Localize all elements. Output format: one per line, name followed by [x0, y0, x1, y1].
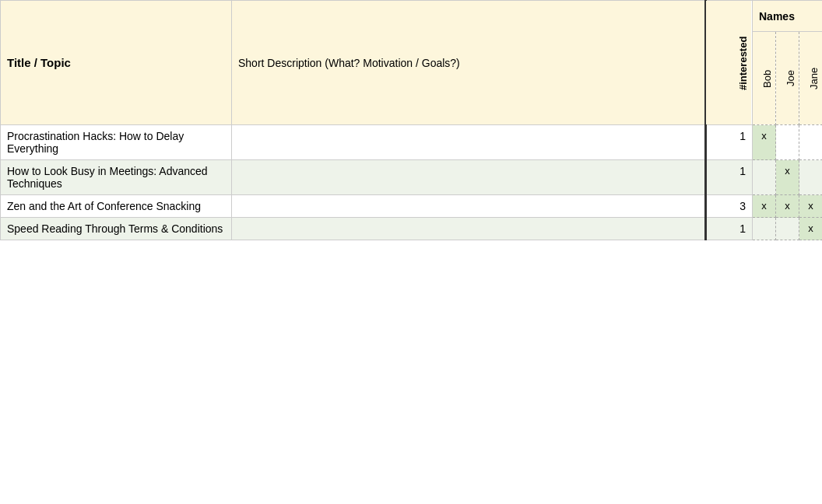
row-bob: [753, 218, 776, 240]
row-description: [232, 125, 706, 160]
row-interested: 1: [706, 160, 753, 195]
row-description: [232, 218, 706, 240]
row-bob: x: [753, 195, 776, 218]
row-bob: x: [753, 125, 776, 160]
jane-header: Jane: [799, 32, 823, 125]
row-title: How to Look Busy in Meetings: Advanced T…: [1, 160, 232, 195]
names-group-header: Names: [753, 1, 823, 32]
row-interested: 1: [706, 125, 753, 160]
table-row: Procrastination Hacks: How to Delay Ever…: [1, 125, 823, 160]
bob-header: Bob: [753, 32, 776, 125]
row-interested: 1: [706, 218, 753, 240]
row-joe: x: [776, 160, 799, 195]
row-jane: x: [799, 195, 823, 218]
desc-header: Short Description (What? Motivation / Go…: [232, 1, 706, 125]
row-bob: [753, 160, 776, 195]
row-title: Zen and the Art of Conference Snacking: [1, 195, 232, 218]
header-row: Title / Topic Short Description (What? M…: [1, 1, 823, 32]
row-jane: [799, 160, 823, 195]
row-title: Procrastination Hacks: How to Delay Ever…: [1, 125, 232, 160]
row-description: [232, 160, 706, 195]
row-joe: [776, 218, 799, 240]
joe-header: Joe: [776, 32, 799, 125]
spreadsheet-container: Title / Topic Short Description (What? M…: [0, 0, 822, 504]
row-jane: [799, 125, 823, 160]
table-row: How to Look Busy in Meetings: Advanced T…: [1, 160, 823, 195]
row-interested: 3: [706, 195, 753, 218]
row-joe: [776, 125, 799, 160]
row-description: [232, 195, 706, 218]
table-row: Zen and the Art of Conference Snacking3x…: [1, 195, 823, 218]
row-jane: x: [799, 218, 823, 240]
table-row: Speed Reading Through Terms & Conditions…: [1, 218, 823, 240]
title-header: Title / Topic: [1, 1, 232, 125]
interested-header: #interested: [706, 1, 753, 125]
row-title: Speed Reading Through Terms & Conditions: [1, 218, 232, 240]
row-joe: x: [776, 195, 799, 218]
